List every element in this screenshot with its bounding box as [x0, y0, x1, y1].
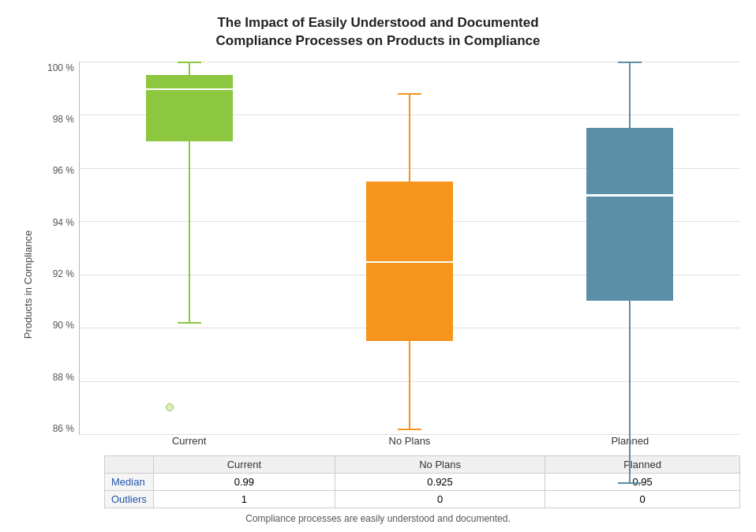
whisker-top-cap — [178, 62, 201, 63]
y-tick: 88 % — [53, 373, 74, 382]
title-line1: The Impact of Easily Understood and Docu… — [217, 15, 538, 30]
table-row-label: Outliers — [105, 491, 154, 508]
table-row: Outliers100 — [105, 491, 740, 508]
y-tick: 86 % — [53, 424, 74, 433]
boxplot-group-planned — [520, 62, 740, 434]
whisker-top-cap — [398, 93, 421, 95]
table-cell: 0.99 — [153, 474, 335, 491]
y-axis-label: Products in Compliance — [23, 230, 35, 339]
box-rect — [146, 75, 233, 141]
chart-title: The Impact of Easily Understood and Docu… — [216, 14, 541, 51]
y-tick: 96 % — [53, 166, 74, 175]
table-cell: 0 — [545, 491, 740, 508]
table-header-cell: Planned — [545, 456, 740, 474]
table-cell: 0.95 — [545, 474, 740, 491]
table-cell: 0.925 — [335, 474, 545, 491]
median-line — [146, 88, 233, 91]
y-tick: 90 % — [53, 320, 74, 330]
chart-container: The Impact of Easily Understood and Docu… — [0, 0, 756, 532]
boxplot-group-no-plans — [300, 62, 520, 434]
outlier-dot — [166, 403, 174, 411]
table-header-cell: No Plans — [335, 456, 545, 474]
y-tick: 100 % — [47, 63, 74, 73]
median-line — [586, 194, 673, 197]
table-cell: 0 — [335, 491, 545, 508]
table-row: Median0.990.9250.95 — [105, 474, 740, 491]
boxplot-group-current — [80, 62, 300, 434]
whisker-bottom-cap — [178, 322, 201, 324]
whisker-bottom-cap — [398, 429, 421, 430]
title-line2: Compliance Processes on Products in Comp… — [216, 33, 541, 48]
table-wrap: CurrentNo PlansPlannedMedian0.990.9250.9… — [41, 452, 740, 508]
x-labels: CurrentNo PlansPlanned — [41, 435, 740, 452]
y-tick: 94 % — [53, 218, 74, 227]
plot-with-yaxis: 100 %98 %96 %94 %92 %90 %88 %86 % — [41, 62, 740, 435]
y-axis-label-wrap: Products in Compliance — [16, 62, 41, 508]
data-table: CurrentNo PlansPlannedMedian0.990.9250.9… — [104, 455, 740, 508]
table-header-cell — [105, 456, 154, 474]
x-category-label: Current — [79, 435, 299, 452]
x-category-label: No Plans — [299, 435, 519, 452]
whisker-bottom-cap — [618, 482, 642, 484]
median-line — [366, 261, 453, 264]
chart-body: Products in Compliance 100 %98 %96 %94 %… — [16, 62, 740, 508]
grid-line — [80, 434, 740, 435]
y-ticks: 100 %98 %96 %94 %92 %90 %88 %86 % — [41, 62, 79, 435]
y-tick: 98 % — [53, 114, 74, 124]
table-cell: 1 — [153, 491, 335, 508]
table-header-cell: Current — [153, 456, 335, 474]
chart-plot-area: 100 %98 %96 %94 %92 %90 %88 %86 % Curren… — [41, 62, 740, 508]
plot-canvas — [79, 62, 740, 435]
box-rect — [586, 128, 673, 301]
chart-footer: Compliance processes are easily understo… — [245, 513, 511, 524]
whisker-top-cap — [618, 62, 642, 63]
y-tick: 92 % — [53, 269, 74, 279]
table-row-label: Median — [105, 474, 154, 491]
